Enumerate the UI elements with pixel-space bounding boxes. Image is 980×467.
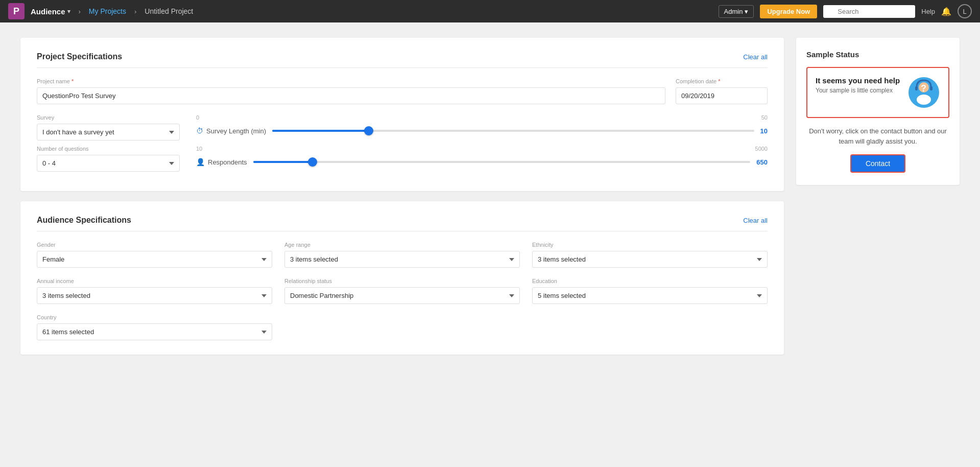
right-panel: Sample Status It seems you need help You…	[796, 38, 960, 452]
annual-income-dropdown-wrapper: 3 items selected	[37, 287, 272, 304]
project-name-input[interactable]	[37, 87, 665, 104]
help-avatar-icon: ?	[907, 76, 940, 109]
help-box: It seems you need help Your sample is li…	[806, 67, 949, 118]
breadcrumb-sep2: ›	[134, 8, 136, 15]
survey-dropdown[interactable]: I don't have a survey yet I have a surve…	[37, 124, 180, 141]
completion-date-required: *	[718, 78, 720, 84]
app-logo[interactable]: P	[8, 3, 25, 19]
age-range-dropdown[interactable]: 3 items selected	[284, 251, 520, 268]
admin-button[interactable]: Admin ▾	[719, 5, 754, 18]
breadcrumb-sep1: ›	[79, 8, 81, 15]
num-questions-group: Number of questions 0 - 4 5 - 10 11 - 20…	[37, 146, 180, 172]
audience-specs-title: Audience Specifications	[37, 216, 131, 225]
respondents-thumb[interactable]	[308, 157, 317, 167]
gender-label: Gender	[37, 242, 272, 248]
respondents-track	[253, 161, 751, 163]
completion-date-group: Completion date *	[676, 78, 768, 104]
search-wrapper: 🔍	[823, 5, 915, 18]
gender-field: Gender Female Male All	[37, 242, 272, 268]
help-title: It seems you need help	[816, 76, 901, 85]
notifications-bell-icon[interactable]: 🔔	[941, 7, 951, 16]
respondents-slider-container[interactable]	[253, 156, 751, 168]
project-specs-title: Project Specifications	[37, 52, 122, 61]
questions-row: Number of questions 0 - 4 5 - 10 11 - 20…	[37, 146, 768, 172]
survey-length-value: 10	[760, 127, 768, 135]
topnav-right: Admin ▾ Upgrade Now 🔍 Help 🔔 L	[719, 4, 972, 18]
respondents-value: 650	[756, 158, 768, 166]
relationship-status-label: Relationship status	[284, 278, 520, 284]
gender-dropdown-wrapper: Female Male All	[37, 251, 272, 268]
upgrade-now-button[interactable]: Upgrade Now	[760, 5, 817, 18]
num-questions-dropdown[interactable]: 0 - 4 5 - 10 11 - 20 21+	[37, 155, 180, 172]
audience-specs-clear-all-button[interactable]: Clear all	[743, 217, 768, 224]
help-avatar: ?	[907, 76, 940, 109]
country-dropdown-wrapper: 61 items selected	[37, 323, 272, 340]
ethnicity-dropdown[interactable]: 3 items selected	[532, 251, 768, 268]
survey-length-fill	[272, 130, 369, 132]
education-dropdown-wrapper: 5 items selected	[532, 287, 768, 304]
dont-worry-text: Don't worry, click on the contact button…	[806, 126, 949, 146]
top-navigation: P Audience ▾ › My Projects › Untitled Pr…	[0, 0, 980, 22]
svg-rect-5	[930, 86, 933, 90]
num-questions-label: Number of questions	[37, 146, 180, 152]
relationship-status-field: Relationship status Domestic Partnership…	[284, 278, 520, 304]
project-name-group: Project name *	[37, 78, 665, 104]
relationship-dropdown[interactable]: Domestic Partnership Single Married Othe…	[284, 287, 520, 304]
project-name-row: Project name * Completion date *	[37, 78, 768, 104]
sample-status-card: Sample Status It seems you need help You…	[796, 38, 960, 185]
annual-income-dropdown[interactable]: 3 items selected	[37, 287, 272, 304]
education-label: Education	[532, 278, 768, 284]
audience-specs-header: Audience Specifications Clear all	[37, 216, 768, 231]
age-range-dropdown-wrapper: 3 items selected	[284, 251, 520, 268]
respondents-range-labels: 10 5000	[196, 146, 768, 152]
completion-date-label: Completion date *	[676, 78, 768, 84]
annual-income-label: Annual income	[37, 278, 272, 284]
survey-length-thumb[interactable]	[364, 126, 373, 135]
survey-label: Survey	[37, 114, 180, 121]
completion-date-input[interactable]	[676, 87, 768, 104]
help-link[interactable]: Help	[921, 8, 935, 15]
project-name-required: *	[71, 78, 74, 84]
project-specs-header: Project Specifications Clear all	[37, 52, 768, 68]
education-field: Education 5 items selected	[532, 278, 768, 304]
main-content: Project Specifications Clear all Project…	[0, 22, 980, 467]
country-field: Country 61 items selected	[37, 314, 272, 340]
project-name-label: Project name *	[37, 78, 665, 84]
audience-specifications-card: Audience Specifications Clear all Gender…	[20, 201, 784, 355]
contact-button[interactable]: Contact	[850, 154, 905, 173]
ethnicity-field: Ethnicity 3 items selected	[532, 242, 768, 268]
annual-income-field: Annual income 3 items selected	[37, 278, 272, 304]
survey-dropdown-wrapper: I don't have a survey yet I have a surve…	[37, 124, 180, 141]
education-dropdown[interactable]: 5 items selected	[532, 287, 768, 304]
ethnicity-label: Ethnicity	[532, 242, 768, 248]
help-subtitle: Your sample is little complex	[816, 87, 901, 94]
respondents-group: 10 5000 👤 Respondents	[196, 146, 768, 168]
survey-row: Survey I don't have a survey yet I have …	[37, 114, 768, 141]
ethnicity-dropdown-wrapper: 3 items selected	[532, 251, 768, 268]
num-questions-dropdown-wrapper: 0 - 4 5 - 10 11 - 20 21+	[37, 155, 180, 172]
breadcrumb-my-projects[interactable]: My Projects	[89, 7, 126, 15]
survey-length-label: ⏱ Survey Length (min)	[196, 127, 266, 135]
age-range-label: Age range	[284, 242, 520, 248]
clock-icon: ⏱	[196, 127, 203, 135]
svg-point-2	[917, 95, 931, 105]
survey-group: Survey I don't have a survey yet I have …	[37, 114, 180, 141]
audience-grid: Gender Female Male All Age range 3	[37, 242, 768, 340]
search-input[interactable]	[823, 5, 915, 18]
respondents-fill	[253, 161, 313, 163]
age-range-field: Age range 3 items selected	[284, 242, 520, 268]
survey-length-group: 0 50 ⏱ Survey Length (min)	[196, 114, 768, 137]
respondents-label: 👤 Respondents	[196, 158, 247, 166]
audience-menu[interactable]: Audience ▾	[31, 7, 70, 16]
breadcrumb-project-name: Untitled Project	[145, 7, 193, 15]
person-icon: 👤	[196, 158, 205, 166]
country-dropdown[interactable]: 61 items selected	[37, 323, 272, 340]
project-specs-clear-all-button[interactable]: Clear all	[743, 53, 768, 61]
survey-length-slider-container[interactable]	[272, 125, 754, 137]
left-panel: Project Specifications Clear all Project…	[20, 38, 784, 452]
user-avatar-button[interactable]: L	[958, 4, 972, 18]
gender-dropdown[interactable]: Female Male All	[37, 251, 272, 268]
svg-rect-4	[915, 86, 918, 90]
svg-text:?: ?	[921, 83, 926, 94]
survey-length-range-labels: 0 50	[196, 114, 768, 121]
